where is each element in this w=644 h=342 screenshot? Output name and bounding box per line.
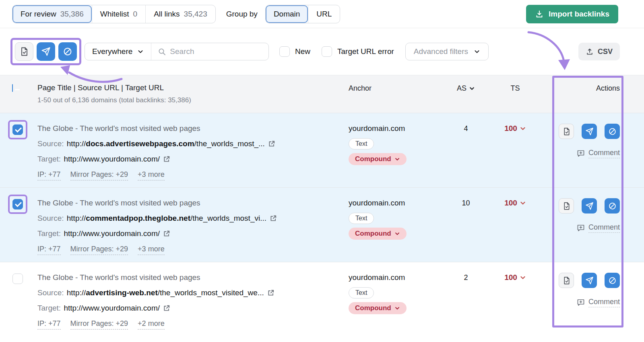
meta-item[interactable]: Mirror Pages: +29 [70, 170, 128, 180]
block-button[interactable] [605, 124, 620, 139]
source-url-line: Source: http://advertising-web.net/the_w… [37, 288, 349, 298]
link-attribute-badge[interactable]: Compound [349, 302, 407, 314]
link-attribute-badge[interactable]: Compound [349, 228, 407, 240]
block-icon [608, 127, 617, 136]
ts-score-dropdown[interactable]: 100 [504, 124, 526, 133]
meta-item[interactable]: IP: +77 [37, 319, 61, 330]
anchor-text: yourdomain.com [349, 198, 443, 208]
row-actions [559, 198, 620, 213]
chevron-down-icon [394, 305, 400, 311]
comment-label: Comment [588, 298, 620, 307]
target-url: http://www.yourdomain.com/ [64, 155, 160, 163]
ts-score-dropdown[interactable]: 100 [504, 273, 526, 282]
source-label: Source: [37, 139, 64, 148]
ts-score: 100 [504, 273, 517, 282]
paper-plane-icon [41, 47, 51, 56]
annotation-checkbox-highlight [8, 120, 27, 139]
comment-link[interactable]: Comment [577, 149, 620, 158]
chevron-down-icon [474, 48, 480, 55]
disavow-button[interactable] [582, 124, 597, 139]
meta-item[interactable]: +3 more [138, 170, 165, 180]
source-protocol: http:// [67, 214, 86, 222]
external-link-icon[interactable] [163, 230, 170, 237]
external-link-icon[interactable] [163, 155, 170, 163]
filter-new[interactable]: New [279, 46, 310, 57]
block-button[interactable] [605, 273, 620, 288]
disavow-button[interactable] [582, 198, 597, 213]
import-backlinks-button[interactable]: Import backlinks [526, 5, 618, 23]
comment-icon [577, 224, 585, 232]
external-link-icon[interactable] [268, 140, 275, 147]
whitelist-button[interactable] [559, 273, 574, 288]
meta-item[interactable]: IP: +77 [37, 245, 61, 255]
link-attribute-badge[interactable]: Compound [349, 153, 407, 165]
new-checkbox-label: New [295, 47, 310, 56]
tab-whitelist-count: 0 [133, 10, 138, 19]
table-row: The Globe - The world's most visited web… [0, 188, 644, 262]
bulk-block-button[interactable] [58, 42, 77, 61]
comment-link[interactable]: Comment [577, 298, 620, 307]
source-label: Source: [37, 214, 64, 222]
meta-item[interactable]: +2 more [138, 319, 165, 330]
tab-for-review-label: For review [21, 10, 56, 19]
external-link-icon[interactable] [163, 305, 170, 312]
link-attribute-label: Compound [355, 155, 391, 163]
tab-for-review-count: 35,386 [60, 10, 84, 19]
paper-plane-icon [585, 127, 594, 136]
source-domain: docs.advertisewebpages.com [86, 139, 194, 148]
whitelist-button[interactable] [559, 198, 574, 213]
ts-score-dropdown[interactable]: 100 [504, 198, 526, 208]
bulk-disavow-button[interactable] [37, 42, 55, 61]
select-all-checkbox[interactable] [12, 84, 13, 92]
top-bar: For review 35,386 Whitelist 0 All links … [0, 0, 644, 28]
tab-whitelist[interactable]: Whitelist 0 [92, 5, 145, 23]
column-header-as: AS [457, 84, 466, 93]
column-header-ts: TS [510, 84, 520, 92]
whitelist-button[interactable] [559, 124, 574, 139]
source-domain: commentadpop.theglobe.net [86, 214, 190, 222]
download-icon [535, 10, 544, 19]
meta-item[interactable]: IP: +77 [37, 170, 61, 180]
group-by-url[interactable]: URL [308, 5, 340, 23]
column-header-as-sort[interactable]: AS [457, 84, 475, 93]
advanced-filters-button[interactable]: Advanced filters [405, 43, 489, 60]
meta-item[interactable]: +3 more [138, 245, 165, 255]
row-actions [559, 124, 620, 139]
scope-dropdown[interactable]: Everywhere [85, 43, 151, 60]
advanced-filters-label: Advanced filters [414, 47, 468, 56]
tab-all-links-label: All links [154, 10, 180, 19]
source-url-line: Source: http://docs.advertisewebpages.co… [37, 139, 349, 149]
page-title: The Globe - The world's most visited web… [37, 124, 349, 133]
upload-icon [586, 48, 594, 56]
table-row: The Globe - The world's most visited web… [0, 113, 644, 188]
anchor-text: yourdomain.com [349, 273, 443, 282]
external-link-icon[interactable] [267, 289, 275, 296]
bulk-whitelist-button[interactable] [15, 42, 33, 61]
target-url: http://www.yourdomain.com/ [64, 229, 160, 238]
search-input[interactable] [170, 47, 262, 56]
export-csv-button[interactable]: CSV [578, 43, 620, 60]
disavow-button[interactable] [582, 273, 597, 288]
document-check-icon [19, 47, 29, 56]
source-path: /the_worlds_most_... [194, 139, 265, 148]
tab-for-review[interactable]: For review 35,386 [12, 5, 92, 23]
group-by-domain[interactable]: Domain [266, 5, 308, 23]
row-checkbox[interactable] [12, 124, 23, 135]
block-button[interactable] [605, 198, 620, 213]
block-icon [608, 276, 617, 285]
target-url-line: Target: http://www.yourdomain.com/ [37, 229, 349, 238]
tab-all-links[interactable]: All links 35,423 [145, 5, 215, 23]
new-checkbox[interactable] [279, 46, 290, 57]
meta-item[interactable]: Mirror Pages: +29 [70, 319, 128, 330]
filter-target-url-error[interactable]: Target URL error [322, 46, 394, 57]
meta-item[interactable]: Mirror Pages: +29 [70, 245, 128, 255]
source-protocol: http:// [67, 288, 86, 297]
tab-whitelist-label: Whitelist [100, 10, 129, 19]
source-label: Source: [37, 288, 64, 297]
comment-link[interactable]: Comment [577, 223, 620, 233]
row-checkbox[interactable] [12, 199, 23, 209]
external-link-icon[interactable] [270, 215, 277, 222]
row-checkbox[interactable] [12, 274, 23, 284]
target-url-error-checkbox[interactable] [322, 46, 332, 57]
target-url-error-label: Target URL error [337, 47, 394, 56]
